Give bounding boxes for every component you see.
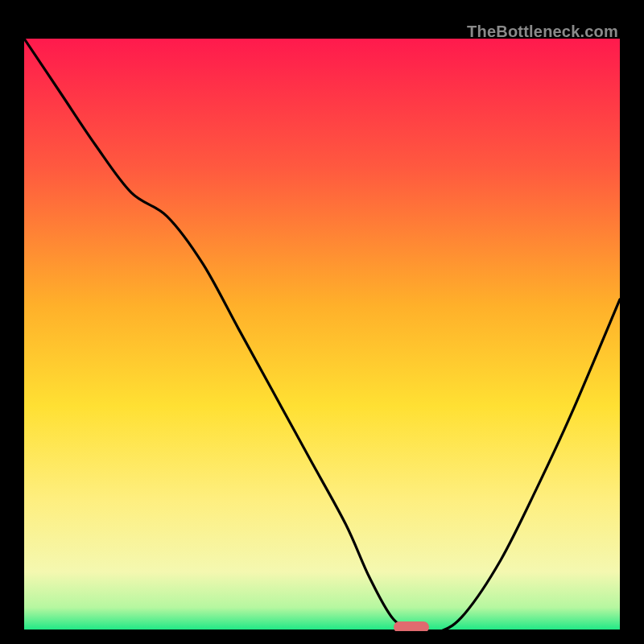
- optimal-marker: [394, 621, 429, 631]
- plot-area: [24, 39, 620, 631]
- bottleneck-curve: [24, 39, 620, 631]
- chart-frame: TheBottleneck.com: [11, 11, 633, 633]
